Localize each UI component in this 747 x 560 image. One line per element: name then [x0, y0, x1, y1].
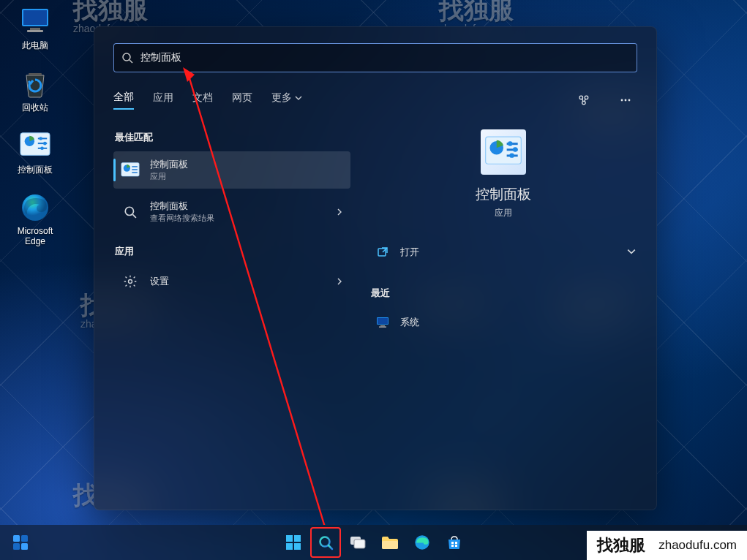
- svg-rect-51: [286, 543, 293, 550]
- org-search-icon[interactable]: [571, 88, 595, 112]
- tab-all[interactable]: 全部: [113, 91, 134, 110]
- svg-rect-62: [455, 545, 457, 547]
- icon-label: 回收站: [22, 102, 48, 114]
- svg-rect-25: [132, 169, 138, 170]
- chevron-right-icon: [336, 275, 343, 288]
- svg-rect-59: [451, 542, 454, 544]
- result-title: 控制面板: [150, 200, 214, 213]
- svg-point-17: [585, 96, 588, 99]
- svg-point-16: [579, 96, 583, 99]
- result-control-panel[interactable]: 控制面板应用: [113, 151, 350, 189]
- result-title: 控制面板: [150, 158, 188, 171]
- start-button[interactable]: [279, 528, 308, 557]
- svg-point-35: [513, 147, 517, 151]
- svg-rect-26: [132, 172, 138, 173]
- search-input[interactable]: [140, 52, 629, 64]
- preview-title: 控制面板: [476, 185, 531, 204]
- svg-rect-40: [378, 318, 388, 324]
- svg-rect-52: [294, 543, 301, 550]
- control-panel-icon: [20, 130, 50, 161]
- result-settings[interactable]: 设置: [113, 265, 350, 298]
- svg-point-18: [582, 101, 586, 105]
- svg-rect-56: [354, 540, 365, 548]
- result-web-search[interactable]: 控制面板查看网络搜索结果: [113, 193, 350, 230]
- desktop-icon-this-pc[interactable]: 此电脑: [6, 6, 64, 52]
- svg-point-29: [129, 280, 132, 284]
- control-panel-icon: [481, 129, 526, 175]
- desktop-icon-recycle-bin[interactable]: 回收站: [6, 68, 64, 114]
- svg-rect-61: [451, 545, 454, 547]
- credit-bar: 找独服 zhaodufu.com: [587, 531, 747, 560]
- search-icon: [121, 52, 133, 64]
- desktop-icon-control-panel[interactable]: 控制面板: [6, 130, 64, 176]
- search-panel: 全部 应用 文档 网页 更多 最佳匹配 控制面板应用: [94, 26, 657, 510]
- tab-documents[interactable]: 文档: [192, 91, 213, 109]
- task-view-button[interactable]: [343, 528, 372, 557]
- monitor-icon: [20, 6, 50, 37]
- search-tabs: 全部 应用 文档 网页 更多: [113, 88, 637, 112]
- svg-rect-60: [455, 542, 457, 544]
- tab-apps[interactable]: 应用: [153, 91, 173, 109]
- credit-name: 找独服: [597, 534, 645, 556]
- widgets-button[interactable]: [6, 528, 35, 557]
- desktop-icon-edge[interactable]: Microsoft Edge: [6, 192, 64, 246]
- svg-line-54: [329, 545, 332, 549]
- edge-button[interactable]: [408, 528, 437, 557]
- section-best-match: 最佳匹配: [115, 131, 350, 144]
- icon-label: 此电脑: [22, 39, 48, 52]
- recycle-icon: [20, 68, 50, 99]
- svg-point-33: [508, 141, 512, 145]
- svg-point-27: [125, 207, 133, 215]
- svg-rect-24: [132, 166, 138, 167]
- edge-icon: [20, 192, 50, 223]
- svg-rect-48: [21, 543, 28, 550]
- svg-line-15: [129, 60, 132, 63]
- file-explorer-button[interactable]: [375, 528, 405, 557]
- svg-point-12: [40, 147, 44, 151]
- result-subtitle: 应用: [150, 171, 188, 182]
- svg-rect-45: [13, 535, 20, 542]
- results-list: 最佳匹配 控制面板应用 控制面板查看网络搜索结果 应用: [113, 124, 356, 498]
- search-box[interactable]: [113, 43, 637, 72]
- svg-rect-47: [13, 543, 20, 550]
- svg-rect-49: [286, 535, 293, 542]
- svg-point-8: [39, 137, 42, 140]
- chevron-right-icon: [336, 205, 343, 219]
- result-title: 设置: [150, 275, 169, 288]
- section-recent: 最近: [371, 287, 637, 300]
- icon-label: 控制面板: [18, 164, 53, 176]
- more-options-icon[interactable]: [614, 88, 637, 112]
- search-button[interactable]: [311, 528, 340, 557]
- svg-point-21: [628, 99, 631, 102]
- svg-rect-41: [380, 325, 385, 327]
- svg-point-14: [123, 53, 130, 61]
- search-icon: [121, 203, 140, 222]
- preview-pane: 控制面板 应用 打开 最近 系统: [356, 124, 637, 498]
- recent-label: 系统: [400, 316, 419, 329]
- credit-url: zhaodufu.com: [658, 538, 737, 553]
- svg-point-20: [625, 99, 627, 102]
- svg-rect-3: [27, 30, 43, 32]
- result-subtitle: 查看网络搜索结果: [150, 213, 214, 224]
- action-open[interactable]: 打开: [369, 237, 637, 268]
- svg-rect-46: [21, 535, 28, 542]
- tab-web[interactable]: 网页: [232, 91, 252, 109]
- svg-rect-57: [382, 541, 398, 549]
- gear-icon: [121, 272, 140, 291]
- svg-rect-1: [23, 10, 47, 25]
- control-panel-icon: [121, 161, 140, 180]
- desktop: 找独服zhaodufu.com 找独服zhaodufu.com zhaodufu…: [0, 0, 747, 560]
- store-button[interactable]: [440, 528, 469, 557]
- svg-rect-42: [379, 327, 386, 328]
- preview-subtitle: 应用: [495, 207, 512, 219]
- svg-rect-4: [29, 73, 42, 75]
- chevron-down-icon[interactable]: [627, 247, 636, 258]
- open-icon: [375, 245, 390, 260]
- svg-point-19: [621, 99, 623, 102]
- svg-line-28: [132, 214, 136, 218]
- tab-more[interactable]: 更多: [271, 91, 302, 109]
- monitor-icon: [375, 315, 390, 330]
- svg-point-37: [509, 153, 514, 157]
- action-label: 打开: [400, 246, 419, 259]
- recent-system[interactable]: 系统: [369, 307, 637, 338]
